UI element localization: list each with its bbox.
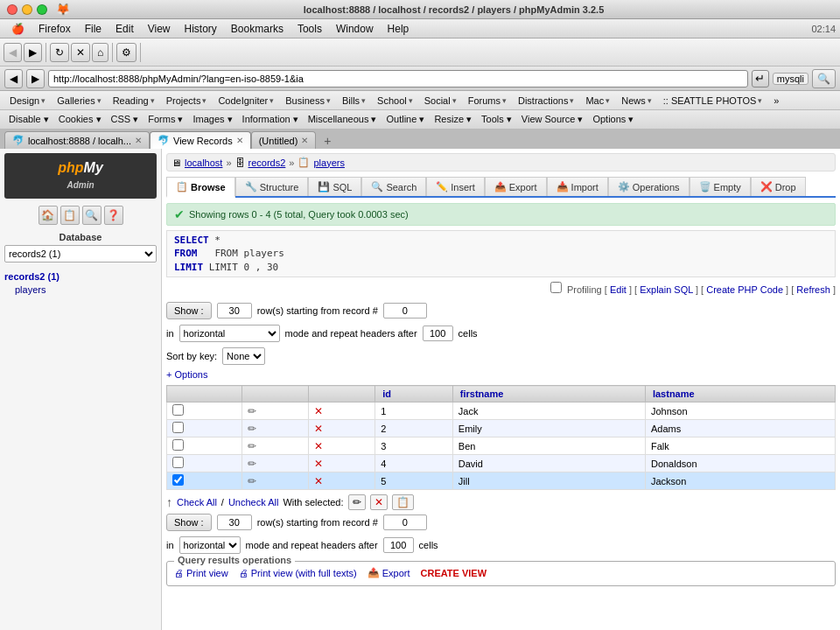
menu-file[interactable]: File xyxy=(78,21,108,37)
bm-forums[interactable]: Forums ▾ xyxy=(463,94,512,107)
tab-untitled[interactable]: (Untitled) ✕ xyxy=(251,131,317,149)
row-checkbox-5[interactable] xyxy=(172,474,184,486)
print-view-link[interactable]: 🖨 Print view xyxy=(174,568,228,578)
menu-tools[interactable]: Tools xyxy=(290,21,329,37)
tab-import[interactable]: 📥 Import xyxy=(547,177,608,196)
row-edit-button-4[interactable]: ✏ xyxy=(248,458,256,470)
bottom-record-input[interactable] xyxy=(383,514,427,530)
url-input[interactable] xyxy=(48,70,748,88)
explain-sql-link[interactable]: Explain SQL xyxy=(640,284,693,295)
print-view-full-link[interactable]: 🖨 Print view (with full texts) xyxy=(239,568,357,578)
tab-empty[interactable]: 🗑️ Empty xyxy=(690,177,751,196)
ext-disable[interactable]: Disable ▾ xyxy=(4,113,53,126)
sidebar-item-players[interactable]: players xyxy=(4,284,157,296)
create-php-code-link[interactable]: Create PHP Code xyxy=(706,284,783,295)
row-delete-button-4[interactable]: ✕ xyxy=(314,458,323,470)
stop-button[interactable]: ✕ xyxy=(71,43,90,62)
row-checkbox-1[interactable] xyxy=(172,404,184,416)
sidebar-item-records2[interactable]: records2 (1) xyxy=(4,270,157,284)
col-id[interactable]: id xyxy=(375,386,453,402)
edit-link[interactable]: Edit xyxy=(610,284,626,295)
export-link[interactable]: 📤 Export xyxy=(368,567,410,578)
cells-input[interactable] xyxy=(423,326,453,341)
ext-outline[interactable]: Outline ▾ xyxy=(382,113,429,126)
url-go-button[interactable]: ↵ xyxy=(752,70,769,88)
tab-view-records[interactable]: 🐬 View Records ✕ xyxy=(150,131,251,149)
ext-miscellaneous[interactable]: Miscellaneous ▾ xyxy=(304,113,382,126)
pma-home-button[interactable]: 🏠 xyxy=(38,206,58,225)
tab-structure[interactable]: 🔧 Structure xyxy=(235,177,309,196)
menu-edit[interactable]: Edit xyxy=(108,21,141,37)
bm-social[interactable]: Social ▾ xyxy=(419,94,462,107)
batch-edit-button[interactable]: ✏ xyxy=(348,494,366,510)
tab-operations[interactable]: ⚙️ Operations xyxy=(608,177,690,196)
menu-apple[interactable]: 🍎 xyxy=(4,21,32,37)
menu-view[interactable]: View xyxy=(141,21,178,37)
bm-business[interactable]: Business ▾ xyxy=(280,94,336,107)
breadcrumb-database[interactable]: records2 xyxy=(248,158,286,168)
home-button[interactable]: ⌂ xyxy=(92,43,108,62)
url-forward-btn[interactable]: ▶ xyxy=(26,69,45,88)
row-edit-button-5[interactable]: ✏ xyxy=(248,475,256,487)
db-select[interactable]: records2 (1) xyxy=(4,245,157,262)
record-input[interactable] xyxy=(383,303,427,318)
tab-sql[interactable]: 💾 SQL xyxy=(308,177,361,196)
row-delete-button-2[interactable]: ✕ xyxy=(314,423,323,435)
row-delete-button-3[interactable]: ✕ xyxy=(314,440,323,452)
tab-close-icon[interactable]: ✕ xyxy=(135,136,142,145)
profile-button[interactable]: mysqli xyxy=(773,73,808,85)
ext-images[interactable]: Images ▾ xyxy=(188,113,236,126)
menu-help[interactable]: Help xyxy=(381,21,416,37)
col-lastname[interactable]: lastname xyxy=(645,386,835,402)
ext-forms[interactable]: Forms ▾ xyxy=(144,113,187,126)
bm-seattle-photos[interactable]: :: SEATTLE PHOTOS ▾ xyxy=(658,94,768,107)
bm-design[interactable]: Design ▾ xyxy=(4,94,51,107)
url-back-btn[interactable]: ◀ xyxy=(4,69,23,88)
pma-query-button[interactable]: 🔍 xyxy=(82,206,102,225)
tab-browse[interactable]: 📋 Browse xyxy=(166,177,235,198)
row-edit-button-2[interactable]: ✏ xyxy=(248,423,256,435)
row-checkbox-3[interactable] xyxy=(172,439,184,451)
menu-bookmarks[interactable]: Bookmarks xyxy=(224,21,290,37)
tab-search[interactable]: 🔍 Search xyxy=(361,177,426,196)
breadcrumb-table[interactable]: players xyxy=(313,158,344,168)
ext-information[interactable]: Information ▾ xyxy=(238,113,303,126)
ext-cookies[interactable]: Cookies ▾ xyxy=(54,113,106,126)
row-checkbox-2[interactable] xyxy=(172,422,184,433)
bm-news[interactable]: News ▾ xyxy=(616,94,657,107)
bm-distractions[interactable]: Distractions ▾ xyxy=(513,94,579,107)
batch-export-button[interactable]: 📋 xyxy=(392,494,414,510)
mode-select[interactable]: horizontal vertical horizontal (rotated) xyxy=(179,325,280,342)
bm-bills[interactable]: Bills ▾ xyxy=(337,94,371,107)
bm-mac[interactable]: Mac ▾ xyxy=(580,94,615,107)
tab-export[interactable]: 📤 Export xyxy=(485,177,547,196)
back-button[interactable]: ◀ xyxy=(4,43,22,62)
bottom-cells-input[interactable] xyxy=(383,537,414,553)
ext-css[interactable]: CSS ▾ xyxy=(107,113,144,126)
bm-galleries[interactable]: Galleries ▾ xyxy=(52,94,106,107)
search-go-button[interactable]: 🔍 xyxy=(812,69,836,88)
row-edit-button-1[interactable]: ✏ xyxy=(248,405,256,417)
menu-window[interactable]: Window xyxy=(329,21,381,37)
menu-history[interactable]: History xyxy=(178,21,224,37)
sort-select[interactable]: None xyxy=(222,347,265,365)
col-firstname[interactable]: firstname xyxy=(452,386,645,402)
bottom-rows-input[interactable] xyxy=(217,514,252,530)
refresh-link[interactable]: Refresh xyxy=(796,284,830,295)
maximize-button[interactable] xyxy=(37,4,47,15)
bm-school[interactable]: School ▾ xyxy=(372,94,418,107)
row-edit-button-3[interactable]: ✏ xyxy=(248,440,256,452)
bm-reading[interactable]: Reading ▾ xyxy=(108,94,160,107)
ext-resize[interactable]: Resize ▾ xyxy=(430,113,476,126)
tab-close-icon-2[interactable]: ✕ xyxy=(236,136,243,145)
profiling-checkbox[interactable] xyxy=(550,282,562,293)
bm-projects[interactable]: Projects ▾ xyxy=(161,94,213,107)
tab-insert[interactable]: ✏️ Insert xyxy=(426,177,485,196)
ext-view-source[interactable]: View Source ▾ xyxy=(517,113,588,126)
tab-close-icon-3[interactable]: ✕ xyxy=(301,136,308,145)
minimize-button[interactable] xyxy=(22,4,32,15)
menu-firefox[interactable]: Firefox xyxy=(32,21,78,37)
reload-button[interactable]: ↻ xyxy=(50,43,69,62)
forward-button[interactable]: ▶ xyxy=(24,43,42,62)
bm-more[interactable]: » xyxy=(768,94,784,107)
